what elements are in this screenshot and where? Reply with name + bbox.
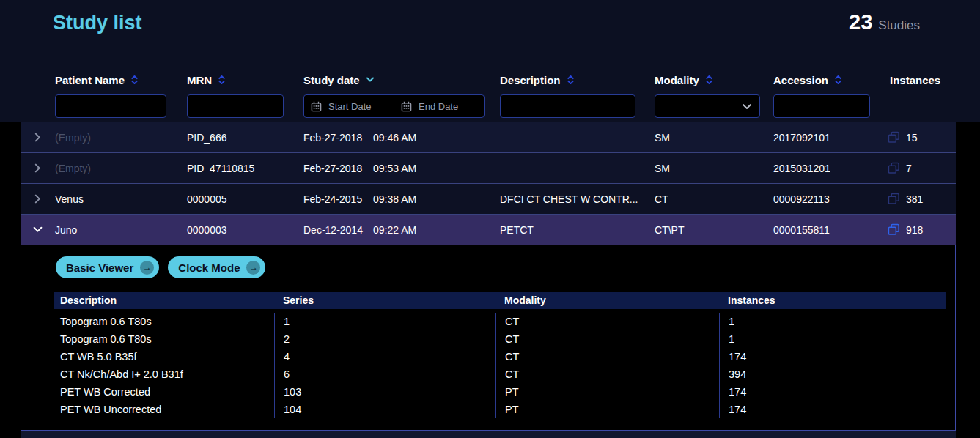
sort-icon xyxy=(218,74,226,86)
studies-count: 23 Studies xyxy=(849,10,920,34)
calendar-icon xyxy=(401,101,412,112)
accession-cell: 0000922113 xyxy=(773,193,883,205)
expand-cell xyxy=(21,163,55,173)
sort-descending-icon xyxy=(366,77,375,83)
end-date-input[interactable] xyxy=(419,101,477,112)
series-copy-icon xyxy=(888,193,900,205)
modality-cell: CT\PT xyxy=(655,224,773,236)
accession-filter-input[interactable] xyxy=(773,94,870,118)
study-date-cell: Feb-27-201809:53 AM xyxy=(303,163,500,174)
study-row[interactable]: (Empty) PID_47110815 Feb-27-201809:53 AM… xyxy=(21,152,956,183)
calendar-icon xyxy=(311,101,322,112)
patient-name-filter-input[interactable] xyxy=(55,94,166,118)
column-label-instances: Instances xyxy=(890,74,940,86)
description-cell: DFCI CT CHEST W CONTR... xyxy=(500,193,655,205)
time-value: 09:38 AM xyxy=(373,193,416,205)
filter-study-date: Study date xyxy=(303,73,500,118)
column-header-description[interactable]: Description xyxy=(500,73,655,86)
basic-viewer-button[interactable]: Basic Viewer → xyxy=(56,256,159,278)
expanded-study-panel: Basic Viewer → Clock Mode → Description … xyxy=(21,245,956,431)
series-modality: CT xyxy=(495,330,719,348)
series-row[interactable]: PET WB Corrected 103 PT 174 xyxy=(54,383,946,401)
accession-cell: 0000155811 xyxy=(773,224,883,236)
filter-instances: Instances xyxy=(883,73,956,118)
arrow-right-icon: → xyxy=(140,261,154,275)
filter-description: Description xyxy=(500,73,655,118)
study-date-cell: Feb-27-201809:46 AM xyxy=(303,132,500,144)
date-range-filter xyxy=(303,94,500,118)
patient-name-cell: (Empty) xyxy=(55,163,187,174)
column-header-mrn[interactable]: MRN xyxy=(187,73,303,86)
clock-mode-button[interactable]: Clock Mode → xyxy=(168,256,265,278)
series-number: 104 xyxy=(274,401,495,418)
series-description: Topogram 0.6 T80s xyxy=(54,330,274,348)
column-header-modality[interactable]: Modality xyxy=(655,73,773,86)
sort-icon xyxy=(705,74,713,86)
filter-modality: Modality xyxy=(655,73,773,118)
viewer-buttons: Basic Viewer → Clock Mode → xyxy=(56,256,946,278)
column-header-accession[interactable]: Accession xyxy=(773,73,883,86)
start-date-input[interactable] xyxy=(328,101,387,112)
filter-accession: Accession xyxy=(773,73,883,118)
instances-cell: 7 xyxy=(883,162,956,174)
series-row[interactable]: CT WB 5.0 B35f 4 CT 174 xyxy=(54,348,946,365)
expand-cell xyxy=(21,194,55,204)
series-row[interactable]: Topogram 0.6 T80s 1 CT 1 xyxy=(54,313,946,330)
modality-select[interactable] xyxy=(655,94,760,118)
chevron-right-icon xyxy=(34,194,41,204)
date-value: Dec-12-2014 xyxy=(303,224,373,236)
study-row[interactable]: (Empty) PID_666 Feb-27-201809:46 AM SM 2… xyxy=(21,122,956,152)
study-list-app: Study list 23 Studies Patient Name MRN S… xyxy=(0,0,980,438)
instances-cell: 15 xyxy=(883,131,956,144)
expand-cell xyxy=(21,226,55,233)
column-header-patient-name[interactable]: Patient Name xyxy=(55,73,187,86)
mrn-cell: PID_666 xyxy=(187,132,303,144)
series-instances: 174 xyxy=(719,401,946,418)
series-description: PET WB Uncorrected xyxy=(54,401,274,418)
expand-cell xyxy=(21,133,55,142)
modality-cell: SM xyxy=(655,132,773,144)
end-date-field[interactable] xyxy=(394,94,485,118)
chevron-down-icon xyxy=(33,226,43,233)
next-row-partial[interactable] xyxy=(21,431,956,438)
column-header-study-date[interactable]: Study date xyxy=(303,73,500,86)
mrn-cell: 0000005 xyxy=(187,193,303,205)
series-table-body: Topogram 0.6 T80s 1 CT 1 Topogram 0.6 T8… xyxy=(54,309,946,418)
filter-bar: Patient Name MRN Study date xyxy=(0,48,980,122)
mrn-filter-input[interactable] xyxy=(187,94,284,118)
series-header-series: Series xyxy=(274,294,495,306)
series-number: 1 xyxy=(274,313,495,330)
start-date-field[interactable] xyxy=(303,94,394,118)
instances-cell: 381 xyxy=(883,193,956,205)
date-value: Feb-27-2018 xyxy=(303,163,373,174)
series-description: PET WB Corrected xyxy=(54,383,274,401)
series-copy-icon xyxy=(888,162,900,174)
series-copy-icon xyxy=(888,223,900,236)
series-instances: 174 xyxy=(719,383,946,401)
series-instances: 1 xyxy=(719,313,946,330)
page-title: Study list xyxy=(53,12,142,34)
column-label-patient-name: Patient Name xyxy=(55,74,125,86)
basic-viewer-label: Basic Viewer xyxy=(66,261,133,274)
clock-mode-label: Clock Mode xyxy=(178,261,240,274)
series-number: 103 xyxy=(274,383,495,401)
series-header-modality: Modality xyxy=(495,294,719,306)
arrow-right-icon: → xyxy=(246,261,260,275)
column-label-study-date: Study date xyxy=(303,74,360,86)
study-row[interactable]: Venus 0000005 Feb-24-201509:38 AM DFCI C… xyxy=(21,183,956,214)
series-row[interactable]: Topogram 0.6 T80s 2 CT 1 xyxy=(54,330,946,348)
series-row[interactable]: CT Nk/Ch/Abd I+ 2.0 B31f 6 CT 394 xyxy=(54,365,946,383)
description-filter-input[interactable] xyxy=(500,94,635,118)
series-modality: PT xyxy=(495,383,719,401)
series-number: 4 xyxy=(274,348,495,365)
study-row-expanded[interactable]: Juno 0000003 Dec-12-201409:22 AM PETCT C… xyxy=(21,214,956,245)
sort-icon xyxy=(834,74,842,86)
study-date-cell: Dec-12-201409:22 AM xyxy=(303,224,500,236)
series-header-instances: Instances xyxy=(719,294,946,306)
series-table-header: Description Series Modality Instances xyxy=(54,292,946,309)
series-number: 6 xyxy=(274,365,495,383)
series-instances: 394 xyxy=(719,365,946,383)
time-value: 09:53 AM xyxy=(373,163,416,174)
studies-count-label: Studies xyxy=(878,18,920,33)
series-row[interactable]: PET WB Uncorrected 104 PT 174 xyxy=(54,401,946,418)
